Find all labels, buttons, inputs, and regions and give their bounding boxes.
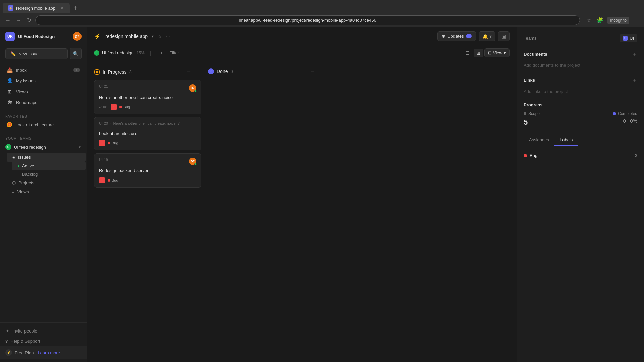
- sidebar-item-issues[interactable]: ◈ Issues: [7, 153, 86, 162]
- bug-label-name: Bug: [530, 153, 632, 158]
- progress-labels: Scope Completed: [524, 111, 637, 116]
- reload-button[interactable]: ↻: [25, 16, 33, 25]
- inbox-badge: 1: [73, 68, 80, 72]
- free-plan-bar: ⚡ Free Plan Learn more: [0, 346, 87, 359]
- sidebar-nav: 📥 Inbox 1 👤 My issues ⊞ Views 🗺 Roadmaps: [0, 62, 87, 110]
- column-collapse-button[interactable]: −: [310, 68, 315, 75]
- add-link-button[interactable]: ＋: [631, 76, 637, 84]
- completed-label-item: Completed: [613, 111, 637, 116]
- workspace-initials: UR: [7, 34, 13, 38]
- free-plan-label: Free Plan: [15, 350, 34, 355]
- pencil-icon: ✏️: [10, 51, 16, 56]
- bookmark-button[interactable]: ☆: [585, 16, 593, 25]
- column-header-in-progress: In Progress 3 ＋ ···: [94, 66, 201, 77]
- tab-labels[interactable]: Labels: [554, 135, 578, 146]
- column-actions-in-progress: ＋ ···: [185, 68, 201, 76]
- bug-label-dot: [524, 154, 527, 157]
- links-section: Links ＋ Add links to the project: [524, 76, 637, 94]
- new-issue-button[interactable]: ✏️ New issue: [5, 48, 68, 59]
- column-title-done: Done: [217, 69, 228, 74]
- scope-label-item: Scope: [524, 111, 540, 116]
- back-button[interactable]: ←: [4, 16, 12, 25]
- url-bar[interactable]: linear.app/ui-feed-redesign/project/rede…: [35, 15, 580, 25]
- sidebar-item-backlog[interactable]: ○ Backlog: [12, 170, 86, 178]
- forward-button[interactable]: →: [15, 16, 23, 25]
- sidebar-item-active[interactable]: ● Active: [12, 162, 86, 170]
- sidebar-actions: ✏️ New issue 🔍: [0, 45, 87, 62]
- workspace-name: UI Feed Redesign: [18, 34, 69, 39]
- right-panel: Teams U UI Documents ＋ Add documents to …: [517, 27, 644, 362]
- team-tag[interactable]: U UI: [620, 34, 637, 42]
- sidebar-item-label: Inbox: [16, 68, 27, 73]
- view-chevron-icon: ▾: [504, 50, 506, 55]
- column-done: ✓ Done 0 −: [208, 66, 315, 357]
- sidebar-item-inbox[interactable]: 📥 Inbox 1: [1, 65, 86, 75]
- sidebar-item-views[interactable]: ⊞ Views: [1, 86, 86, 97]
- team-header[interactable]: U Ui feed redesign ▼: [0, 142, 87, 153]
- updates-icon: ⊕: [442, 34, 445, 39]
- links-header: Links ＋: [524, 76, 637, 84]
- user-avatar[interactable]: D7: [73, 32, 82, 41]
- issue-card-ui-19[interactable]: UI-19 D7 Redesign backend server ! Bug: [94, 153, 201, 187]
- board-content: In Progress 3 ＋ ··· UI-21 D7: [87, 61, 517, 362]
- bug-dot: [108, 142, 110, 144]
- sub-task-icon: ↩: [99, 105, 102, 109]
- progress-title: Progress: [524, 102, 637, 107]
- star-button[interactable]: ☆: [158, 34, 162, 39]
- list-view-button[interactable]: ☰: [463, 49, 472, 57]
- sidebar-item-views-team[interactable]: ≡ Views: [7, 187, 86, 196]
- your-teams-title: Your teams: [0, 132, 87, 142]
- workspace-avatar: UR: [5, 32, 15, 41]
- filter-button[interactable]: ＋ + Filter: [157, 49, 182, 57]
- bug-label: Bug: [112, 141, 118, 145]
- links-placeholder: Add links to the project: [524, 89, 568, 94]
- breadcrumb-id: UI-20: [99, 121, 108, 125]
- card-id: UI-19: [99, 158, 108, 162]
- scope-value: 5: [524, 118, 528, 127]
- notifications-button[interactable]: 🔔 ▾: [479, 31, 495, 41]
- issue-card-ui-20[interactable]: UI-20 › Here's another one I can create.…: [94, 117, 201, 150]
- sidebar-item-projects[interactable]: ⬡ Projects: [7, 178, 86, 187]
- project-dropdown-arrow[interactable]: ▾: [152, 34, 154, 39]
- updates-button[interactable]: ⊕ Updates 1: [437, 31, 476, 41]
- documents-title: Documents: [524, 52, 547, 57]
- completed-values: 0 · 0%: [623, 118, 637, 127]
- issue-card-ui-21[interactable]: UI-21 D7 Here's another one I can create…: [94, 80, 201, 114]
- extensions-button[interactable]: 🧩: [595, 16, 605, 25]
- help-support-item[interactable]: ? Help & Support: [0, 336, 87, 346]
- card-meta: ! Bug: [99, 140, 196, 146]
- column-more-button[interactable]: ···: [194, 68, 201, 76]
- bug-label: Bug: [112, 178, 118, 182]
- add-document-button[interactable]: ＋: [631, 50, 637, 58]
- new-tab-button[interactable]: +: [71, 3, 80, 13]
- sidebar-item-label: Views: [16, 89, 28, 94]
- help-icon: ?: [5, 339, 8, 344]
- sidebar-item-my-issues[interactable]: 👤 My issues: [1, 75, 86, 86]
- projects-icon: ⬡: [12, 180, 16, 185]
- project-title: redesign mobile app: [105, 34, 148, 39]
- sidebar-item-look-at-architecture[interactable]: ⭕ Look at architecture: [1, 120, 86, 130]
- team-sub-items: ◈ Issues ● Active ○ Backlog ⬡ Projects: [0, 153, 87, 196]
- sidebar-item-label: Projects: [18, 180, 34, 185]
- view-dropdown-button[interactable]: ⊡ View ▾: [484, 48, 510, 57]
- inbox-icon: 📥: [7, 67, 13, 73]
- done-icon: ✓: [208, 68, 214, 74]
- card-header: UI-21 D7: [99, 84, 196, 92]
- tab-assignees[interactable]: Assignees: [524, 135, 554, 146]
- invite-people-item[interactable]: ＋ Invite people: [0, 325, 87, 336]
- column-count-done: 0: [230, 69, 233, 74]
- top-bar: ⚡ redesign mobile app ▾ ☆ ··· ⊕ Updates …: [87, 27, 517, 45]
- sub-sub-items: ● Active ○ Backlog: [5, 162, 87, 178]
- favorites-label: Look at architecture: [15, 122, 54, 127]
- completed-value: 0 · 0%: [623, 118, 637, 124]
- active-tab[interactable]: ⚡ redesign mobile app ✕: [3, 3, 70, 13]
- grid-view-button[interactable]: ⊞: [474, 49, 483, 57]
- sidebar-item-roadmaps[interactable]: 🗺 Roadmaps: [1, 97, 86, 108]
- tab-close-button[interactable]: ✕: [60, 5, 64, 11]
- more-options-button[interactable]: ···: [166, 34, 170, 39]
- menu-button[interactable]: ⋮: [632, 16, 640, 25]
- search-button[interactable]: 🔍: [70, 48, 82, 59]
- layout-toggle-button[interactable]: ▣: [498, 31, 510, 41]
- column-add-button[interactable]: ＋: [185, 68, 193, 76]
- learn-more-link[interactable]: Learn more: [38, 350, 60, 355]
